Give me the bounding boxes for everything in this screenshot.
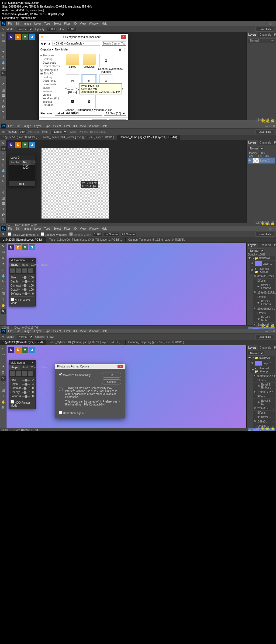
painter-checkbox[interactable]: NDO Painter Mode [11,299,30,305]
pen-tool[interactable]: ✒ [1,110,6,114]
tab-d[interactable]: D [15,244,21,250]
shape-preset[interactable] [16,268,21,273]
channels-tab[interactable]: Channels [258,345,272,350]
folder-bakes[interactable]: bakes [65,54,80,73]
blend-tab[interactable]: Blend [40,263,50,267]
type-tool[interactable]: T [1,297,6,302]
minimize-icon[interactable]: — [265,330,268,333]
size-slider[interactable] [22,277,27,278]
menu-help[interactable]: Help [102,330,108,333]
channels-tab[interactable]: Channels [258,140,272,145]
file-specular[interactable]: 🖼Cannon_Cylinder002 [Specular] [65,95,80,114]
maximize-icon[interactable]: ☐ [269,330,272,333]
close-icon[interactable]: ✕ [273,125,275,128]
canvas-area[interactable]: NDM3 Multi-normal✕ Shape Slant Curve Ble… [6,243,246,325]
opacity-value[interactable]: 100% [47,28,56,31]
layer-fx[interactable]: Effects [253,411,275,415]
contrast-slider[interactable] [22,388,27,389]
shape-preset[interactable] [22,268,27,273]
paths-tab[interactable]: Paths [272,140,276,145]
stamp-tool[interactable]: ⎍ [1,285,6,290]
menu-window[interactable]: Window [89,22,99,25]
layer-fx[interactable]: Effects [253,311,275,315]
doc-tab-1[interactable]: d @ 12.5% (Layer 0, RGB/8) [0,135,40,140]
heal-tool[interactable]: ✚ [1,174,6,179]
layer-fx[interactable]: Effects [253,394,275,398]
menu-view[interactable]: View [80,125,86,128]
hand-tool[interactable]: ✋ [1,303,6,308]
shape-preset[interactable] [28,268,33,273]
blend-mode[interactable]: Normal [248,146,264,151]
tab-n[interactable]: N [8,34,14,40]
menu-filter[interactable]: Filter [64,330,70,333]
blur-tool[interactable]: ○ [1,98,6,103]
wand-tool[interactable]: ✦ [1,364,6,369]
folder-previews[interactable]: previews [81,54,97,73]
preview-icon-2[interactable]: ◧ [23,182,25,185]
cancel-button[interactable]: Cancel [102,379,121,384]
lasso-tool[interactable]: ⊃ [1,358,6,363]
menu-type[interactable]: Type [44,227,50,230]
zoom-tool[interactable]: 🔍 [1,309,6,314]
opacity-slider[interactable] [22,392,27,393]
layer-fx[interactable]: Effects [253,295,275,299]
menu-3d[interactable]: 3D [73,125,77,128]
doc-tab-2[interactable]: Tools_Cylinder004 [Normal].psd @ 16.7% (… [46,340,126,345]
layers-tab[interactable]: Layers [247,345,258,350]
menu-filter[interactable]: Filter [64,227,70,230]
depth-slider[interactable] [22,281,30,282]
menu-layer[interactable]: Layer [34,22,41,25]
menu-image[interactable]: Image [23,125,31,128]
menu-filter[interactable]: Filter [64,125,70,128]
mode-select[interactable]: Normal [16,335,33,339]
menu-file[interactable]: File [8,22,12,25]
resize-checkbox[interactable]: Resize Windows to Fit [8,232,39,236]
channels-tab[interactable]: Channels [258,243,272,247]
gradient-tool[interactable]: ▦ [1,93,6,98]
minimize-icon[interactable]: — [265,22,268,25]
sidebar-homegroup[interactable]: 🏠 Homegroup [40,69,62,71]
channels-tab[interactable]: Channels [258,32,272,37]
minimize-icon[interactable]: — [265,227,268,230]
sidebar-thispc[interactable]: 💻 This PC [40,72,62,75]
layer-row[interactable]: 👁Layer 1 [250,261,275,267]
sidebar-pc-downloads[interactable]: Downloads [40,83,62,86]
workspace-switcher[interactable]: Essentials [256,130,274,134]
menu-help[interactable]: Help [102,22,108,25]
depth-slider[interactable] [22,384,30,385]
zoom-level[interactable]: 300% [2,429,9,431]
contrast-slider[interactable] [22,285,27,286]
shape-preset[interactable] [10,268,15,273]
style-select[interactable]: Normal [50,130,67,134]
noedge-tab[interactable]: No edge bevel [22,160,31,165]
menu-edit[interactable]: Edit [16,330,20,333]
dodge-tool[interactable]: ◐ [1,104,6,109]
menu-select[interactable]: Select [53,22,61,25]
zoom-tool[interactable]: 🔍 [1,405,6,411]
fill-screen-button[interactable]: Fill Screen [121,233,136,236]
crop-tool[interactable]: ⊡ [1,163,6,168]
sidebar-favorites[interactable]: ★ Favorites [40,54,62,57]
hand-tool[interactable]: ✋ [1,399,6,405]
tileable-tab[interactable]: Tileable [9,160,22,165]
canvas-document[interactable] [42,148,109,219]
menu-window[interactable]: Window [89,330,99,333]
menu-file[interactable]: File [8,227,12,230]
softness-slider[interactable] [22,396,30,397]
menu-3d[interactable]: 3D [73,227,77,230]
menu-image[interactable]: Image [23,227,31,230]
slant-tab[interactable]: Slant [20,263,29,267]
mode-select[interactable]: Normal [16,27,33,32]
menu-layer[interactable]: Layer [34,227,41,230]
opacity-value[interactable]: 100% [258,152,265,155]
layers-tab[interactable]: Layers [247,243,258,247]
cancel-button[interactable]: Cancel [109,119,126,120]
eraser-tool[interactable]: ◫ [1,387,6,393]
tab-d[interactable]: D [15,347,21,353]
workspace-switcher[interactable]: Essentials [256,335,274,339]
paths-tab[interactable]: Paths [272,243,276,247]
sidebar-videos[interactable]: Videos [40,93,62,97]
menu-select[interactable]: Select [53,125,61,128]
sidebar-pc-desktop[interactable]: Desktop [40,76,62,79]
menu-3d[interactable]: 3D [73,330,77,333]
